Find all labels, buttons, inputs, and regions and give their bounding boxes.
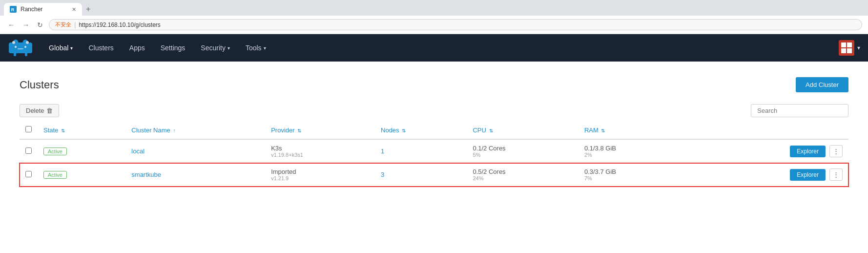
nav-settings[interactable]: Settings (153, 34, 193, 62)
more-actions-button[interactable]: ⋮ (829, 145, 843, 157)
page-header: Clusters Add Cluster (20, 77, 848, 92)
nodes-link[interactable]: 3 (381, 171, 384, 178)
forward-button[interactable]: → (21, 20, 31, 30)
row-checkbox[interactable] (25, 171, 32, 177)
ram-sort-icon (601, 128, 605, 133)
more-actions-button[interactable]: ⋮ (829, 169, 843, 181)
tab-close-icon[interactable]: ✕ (72, 6, 76, 13)
ram-pct: 2% (584, 152, 682, 158)
th-nodes[interactable]: Nodes (375, 121, 467, 139)
th-cpu[interactable]: CPU (467, 121, 579, 139)
security-dropdown-icon: ▾ (227, 45, 230, 51)
clusters-table: State Cluster Name Provider Nodes (20, 121, 848, 187)
row-checkbox-cell[interactable] (20, 163, 38, 187)
security-warning: 不安全 (55, 21, 71, 28)
row-cluster-name: local (125, 139, 265, 163)
nav-apps[interactable]: Apps (122, 34, 153, 62)
new-tab-button[interactable]: + (82, 3, 94, 16)
nodes-sort-icon (402, 128, 406, 133)
top-nav: Global ▾ Clusters Apps Settings Security… (0, 34, 868, 62)
provider-name: K3s (271, 145, 369, 152)
search-input[interactable] (751, 104, 848, 117)
logo-svg (8, 39, 33, 57)
row-provider: K3s v1.19.8+k3s1 (265, 139, 375, 163)
trash-icon: 🗑 (46, 107, 53, 114)
svg-rect-9 (25, 52, 27, 56)
table-row: Active smartkube Imported v1.21.9 3 0.5/… (20, 163, 848, 187)
svg-point-11 (24, 46, 26, 48)
row-nodes: 1 (375, 139, 467, 163)
th-ram[interactable]: RAM (579, 121, 687, 139)
svg-point-6 (26, 41, 29, 44)
row-state: Active (38, 139, 125, 163)
refresh-button[interactable]: ↻ (35, 20, 45, 30)
avatar-grid (839, 41, 854, 55)
tab-bar: R Rancher ✕ + (0, 0, 868, 16)
provider-version: v1.19.8+k3s1 (271, 152, 369, 158)
global-dropdown-icon: ▾ (70, 45, 73, 51)
provider-sort-icon (297, 128, 301, 133)
nav-global[interactable]: Global ▾ (41, 34, 81, 62)
add-cluster-button[interactable]: Add Cluster (796, 77, 848, 92)
th-provider[interactable]: Provider (265, 121, 375, 139)
app-container: Global ▾ Clusters Apps Settings Security… (0, 34, 868, 253)
ram-pct: 7% (584, 175, 682, 181)
cluster-name-link[interactable]: local (131, 148, 145, 155)
cpu-pct: 24% (473, 175, 573, 181)
row-cpu: 0.5/2 Cores 24% (467, 163, 579, 187)
row-provider: Imported v1.21.9 (265, 163, 375, 187)
select-all-checkbox[interactable] (25, 126, 32, 132)
row-checkbox-cell[interactable] (20, 139, 38, 163)
svg-point-10 (15, 46, 17, 48)
back-button[interactable]: ← (6, 20, 17, 30)
page-title: Clusters (20, 79, 59, 91)
nav-security[interactable]: Security ▾ (193, 34, 238, 62)
row-state: Active (38, 163, 125, 187)
cluster-name-sort-icon (173, 128, 175, 133)
user-dropdown-icon[interactable]: ▾ (857, 44, 860, 51)
page-content: Clusters Add Cluster Delete 🗑 State (0, 62, 868, 253)
row-cpu: 0.1/2 Cores 5% (467, 139, 579, 163)
row-actions: Explorer ⋮ (687, 163, 848, 187)
table-toolbar: Delete 🗑 (20, 104, 848, 117)
table-body: Active local K3s v1.19.8+k3s1 1 0.1/2 Co… (20, 139, 848, 187)
row-actions: Explorer ⋮ (687, 139, 848, 163)
row-checkbox[interactable] (25, 148, 32, 154)
th-select-all[interactable] (20, 121, 38, 139)
th-cluster-name[interactable]: Cluster Name (125, 121, 265, 139)
explorer-button[interactable]: Explorer (790, 169, 826, 181)
user-avatar[interactable] (839, 40, 854, 56)
cpu-value: 0.1/2 Cores (473, 145, 573, 152)
ram-value: 0.3/3.7 GiB (584, 168, 682, 175)
state-badge: Active (43, 148, 67, 155)
provider-name: Imported (271, 168, 369, 175)
tab-favicon: R (10, 6, 17, 13)
tools-dropdown-icon: ▾ (264, 45, 266, 51)
row-ram: 0.3/3.7 GiB 7% (579, 163, 687, 187)
cpu-pct: 5% (473, 152, 573, 158)
nav-tools[interactable]: Tools ▾ (238, 34, 274, 62)
table-header: State Cluster Name Provider Nodes (20, 121, 848, 139)
row-ram: 0.1/3.8 GiB 2% (579, 139, 687, 163)
active-tab[interactable]: R Rancher ✕ (4, 3, 82, 16)
explorer-button[interactable]: Explorer (790, 146, 826, 157)
svg-text:R: R (11, 7, 15, 12)
nav-right: ▾ (839, 40, 860, 56)
th-actions (687, 121, 848, 139)
url-text[interactable]: https://192.168.10.10/g/clusters (79, 21, 160, 28)
rancher-logo (8, 39, 33, 57)
state-sort-icon (61, 128, 65, 133)
svg-point-5 (12, 41, 15, 44)
browser-chrome: R Rancher ✕ + ← → ↻ 不安全 | https://192.16… (0, 0, 868, 34)
th-state[interactable]: State (38, 121, 125, 139)
delete-button[interactable]: Delete 🗑 (20, 104, 59, 117)
row-cluster-name: smartkube (125, 163, 265, 187)
nodes-link[interactable]: 1 (381, 148, 384, 155)
provider-version: v1.21.9 (271, 175, 369, 181)
cpu-value: 0.5/2 Cores (473, 168, 573, 175)
nav-clusters[interactable]: Clusters (81, 34, 121, 62)
address-bar: ← → ↻ 不安全 | https://192.168.10.10/g/clus… (0, 16, 868, 34)
cluster-name-link[interactable]: smartkube (131, 171, 161, 178)
tab-title: Rancher (21, 6, 68, 13)
svg-rect-12 (18, 48, 23, 49)
